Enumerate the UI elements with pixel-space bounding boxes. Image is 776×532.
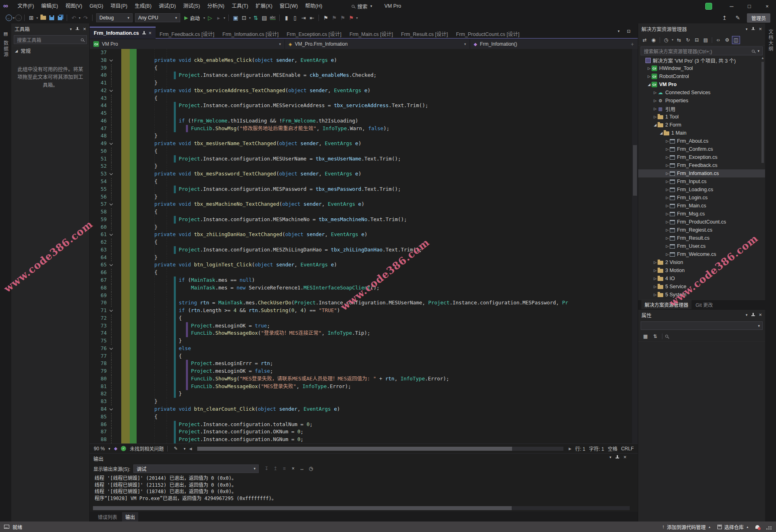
document-tab[interactable]: Frm_Infomation.cs× bbox=[90, 27, 156, 39]
notifications-bell-icon[interactable] bbox=[755, 525, 759, 529]
code-line[interactable]: 43 { bbox=[90, 95, 638, 102]
chevron-down-icon[interactable]: ▾ bbox=[609, 455, 612, 459]
nav-back-icon[interactable]: ← bbox=[6, 15, 12, 21]
line-number[interactable]: 71 bbox=[90, 307, 107, 315]
line-number[interactable]: 75 bbox=[90, 337, 107, 345]
code-line[interactable]: 60 } bbox=[90, 224, 638, 231]
tree-item[interactable]: ▷4 IO bbox=[638, 274, 765, 283]
line-number[interactable]: 40 bbox=[90, 72, 107, 79]
editor-vertical-scrollbar[interactable] bbox=[632, 49, 638, 443]
line-number[interactable]: 54 bbox=[90, 178, 107, 186]
tree-item[interactable]: ▷3 Motion bbox=[638, 266, 765, 274]
code-line[interactable]: 71 if (rtn.Length >= 4 && rtn.Substring(… bbox=[90, 307, 638, 315]
code-line[interactable]: 85 { bbox=[90, 413, 638, 421]
toolbox-search-input[interactable]: 搜索工具箱 bbox=[14, 35, 87, 44]
recent-files-icon[interactable]: ◷ bbox=[662, 36, 670, 44]
new-project-icon[interactable]: ⊞ bbox=[27, 13, 36, 22]
tree-item[interactable]: ▷Frm_Result.cs bbox=[638, 234, 765, 242]
intellicode-icon[interactable]: ◆ bbox=[114, 446, 117, 451]
code-line[interactable]: 50 { bbox=[90, 148, 638, 155]
code-line[interactable]: 57 private void tbx_mesMachineNo_TextCha… bbox=[90, 201, 638, 208]
add-view-icon[interactable]: ＋ bbox=[630, 42, 634, 47]
code-line[interactable]: 55 Project.Instance.configuration.MESPas… bbox=[90, 186, 638, 193]
jump-next-icon[interactable]: ↥ bbox=[271, 464, 280, 473]
navigate-icon[interactable]: ⇅ bbox=[251, 13, 260, 22]
refresh-icon[interactable]: ↻ bbox=[684, 36, 692, 44]
menu-item[interactable]: 工具(T) bbox=[228, 0, 252, 12]
code-line[interactable]: 51 Project.Instance.configuration.MESUse… bbox=[90, 155, 638, 163]
alphabetical-icon[interactable]: ⇅ bbox=[651, 332, 659, 340]
line-number[interactable]: 63 bbox=[90, 246, 107, 254]
close-tab-icon[interactable]: × bbox=[149, 30, 152, 36]
code-line[interactable]: 87 Project.Instance.configuration.OKNum … bbox=[90, 428, 638, 436]
chevron-down-icon[interactable]: ▾ bbox=[70, 27, 72, 31]
tree-item[interactable]: ◢1 Main bbox=[638, 129, 765, 137]
code-line[interactable]: 70 string rtn = MainTask.mes.CheckUserDo… bbox=[90, 299, 638, 307]
data-sources-vertical-tab[interactable]: 数据源 bbox=[2, 40, 9, 57]
properties-object-select[interactable]: ▾ bbox=[641, 321, 763, 330]
line-number[interactable]: 37 bbox=[90, 49, 107, 57]
line-number[interactable]: 66 bbox=[90, 269, 107, 277]
jump-previous-icon[interactable]: ↧ bbox=[262, 464, 271, 473]
output-log[interactable]: 线程 '[线程已销毁]' (20144) 已退出，返回值为 0 (0x0)。线程… bbox=[90, 474, 638, 502]
collapsed-arrow-icon[interactable]: ▷ bbox=[665, 188, 670, 192]
chevron-down-icon[interactable]: ▾ bbox=[223, 16, 226, 20]
collapsed-arrow-icon[interactable]: ▷ bbox=[665, 212, 670, 216]
nav-forward-icon[interactable]: → bbox=[15, 15, 22, 21]
line-number[interactable]: 56 bbox=[90, 193, 107, 201]
line-indicator[interactable]: 行: 1 bbox=[575, 445, 585, 452]
output-line[interactable]: 线程 '[线程已销毁]' (21152) 已退出，返回值为 0 (0x0)。 bbox=[90, 482, 638, 489]
tree-item[interactable]: ▷Frm_Input.cs bbox=[638, 177, 765, 186]
line-number[interactable]: 50 bbox=[90, 148, 107, 155]
line-number[interactable]: 87 bbox=[90, 428, 107, 436]
code-line[interactable]: 72 { bbox=[90, 315, 638, 322]
code-editor[interactable]: 3738 private void ckb_enableMes_Click(ob… bbox=[90, 49, 638, 443]
editor-horizontal-scrollbar[interactable] bbox=[197, 447, 563, 451]
collapsed-arrow-icon[interactable]: ▷ bbox=[665, 171, 670, 175]
chevron-down-icon[interactable]: ▾ bbox=[36, 16, 39, 20]
search-icon[interactable] bbox=[665, 335, 668, 338]
line-number[interactable]: 67 bbox=[90, 277, 107, 284]
live-share-icon[interactable]: ▣ bbox=[231, 13, 240, 22]
tree-item[interactable]: ▷Frm_Loading.cs bbox=[638, 186, 765, 194]
document-tab[interactable]: Frm_ProductCount.cs [设计] bbox=[452, 28, 523, 39]
line-structure-icon[interactable]: ▤ bbox=[260, 13, 268, 22]
document-tab[interactable]: Frm_Main.cs [设计] bbox=[346, 28, 397, 39]
open-folder-icon[interactable] bbox=[39, 13, 47, 22]
tree-scrollbar[interactable]: ▲ bbox=[761, 56, 765, 300]
line-number[interactable]: 65 bbox=[90, 261, 107, 269]
code-line[interactable]: 53 private void tbx_mesPassword_TextChan… bbox=[90, 170, 638, 178]
line-number[interactable]: 68 bbox=[90, 284, 107, 292]
tab-options-icon[interactable]: ⊡ bbox=[624, 27, 633, 36]
code-line[interactable]: 83 } bbox=[90, 398, 638, 405]
code-line[interactable]: 67 if (MainTask.mes == null) bbox=[90, 277, 638, 284]
tree-item[interactable]: ▷Frm_Welcome.cs bbox=[638, 250, 765, 258]
code-line[interactable]: 77 { bbox=[90, 353, 638, 360]
pin-icon[interactable] bbox=[751, 27, 755, 31]
output-horizontal-scrollbar[interactable] bbox=[93, 506, 630, 510]
tree-item[interactable]: ▷Frm_Feedback.cs bbox=[638, 161, 765, 169]
code-line[interactable]: 81 FuncLib.ShowMessageBox("MES登录失败", Inf… bbox=[90, 383, 638, 391]
collapsed-arrow-icon[interactable]: ▷ bbox=[653, 260, 658, 264]
code-line[interactable]: 61 private void tbx_zhiLingDanHao_TextCh… bbox=[90, 231, 638, 239]
chevron-down-icon[interactable]: ▾ bbox=[248, 16, 251, 20]
collapsed-arrow-icon[interactable]: ▷ bbox=[665, 204, 670, 208]
line-number[interactable]: 73 bbox=[90, 322, 107, 330]
output-line[interactable]: 线程 '[线程已销毁]' (20144) 已退出，返回值为 0 (0x0)。 bbox=[90, 475, 638, 482]
code-line[interactable]: 39 { bbox=[90, 64, 638, 72]
line-number[interactable]: 69 bbox=[90, 292, 107, 300]
spell-check-icon[interactable]: abc bbox=[268, 13, 277, 22]
code-line[interactable]: 42 private void tbx_serviceAddress_TextC… bbox=[90, 87, 638, 95]
menu-item[interactable]: 调试(D) bbox=[155, 0, 179, 12]
line-number[interactable]: 52 bbox=[90, 163, 107, 170]
line-number[interactable]: 64 bbox=[90, 254, 107, 262]
bookmark-icon[interactable]: ⚑ bbox=[321, 13, 330, 22]
line-number[interactable]: 61 bbox=[90, 231, 107, 239]
tree-item[interactable]: ▷Frm_Exception.cs bbox=[638, 153, 765, 161]
line-number[interactable]: 41 bbox=[90, 79, 107, 87]
code-line[interactable]: 48 } bbox=[90, 132, 638, 140]
line-number[interactable]: 45 bbox=[90, 110, 107, 117]
properties-page-icon[interactable]: ▤ bbox=[702, 36, 710, 44]
clear-output-icon[interactable]: × bbox=[289, 464, 297, 473]
line-number[interactable]: 83 bbox=[90, 398, 107, 405]
